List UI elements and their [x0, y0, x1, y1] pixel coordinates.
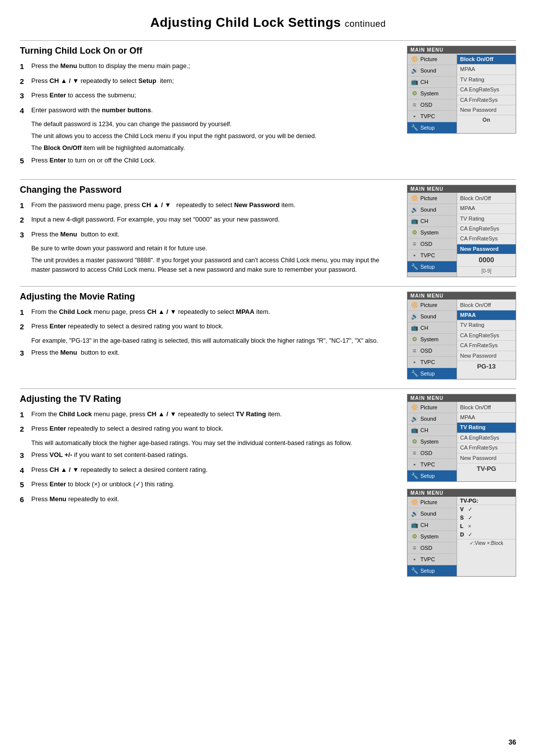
menu-value-sub-2: [0-9] — [457, 267, 516, 276]
menu-right-mpaa-2: MPAA — [457, 204, 516, 214]
picture-icon-4a: 🔆 — [410, 403, 419, 411]
title-text: Adjusting Child Lock Settings — [150, 15, 341, 30]
menu-right-tvrating: TV Rating — [457, 75, 516, 85]
step-movie-3: 3 Press the Menu button to exit. — [20, 348, 392, 359]
setup-icon-3: 🔧 — [410, 370, 419, 378]
system-icon-2: ⚙ — [410, 228, 419, 236]
page-container: Adjusting Child Lock Settings continued … — [0, 0, 536, 756]
menu-item-osd-4a[interactable]: ≡OSD — [407, 448, 457, 459]
section-title-tv: Adjusting the TV Rating — [20, 394, 392, 404]
menu-item-tvpc-4b[interactable]: ▪TVPC — [407, 554, 457, 565]
step-turning-1: 1 Press the Menu button to display the m… — [20, 61, 392, 73]
menu-item-setup-2[interactable]: 🔧Setup — [407, 261, 457, 272]
section-password: Changing the Password 1 From the passwor… — [20, 179, 516, 277]
menu-body-4b: 🔆Picture 🔊Sound 📺CH ⚙System ≡OSD ▪TVPC 🔧… — [407, 497, 516, 576]
ch-icon-4a: 📺 — [410, 426, 419, 434]
step-turning-3: 3 Press Enter to access the submenu; — [20, 90, 392, 102]
menu-right-caeng: CA EngRateSys — [457, 85, 516, 95]
menu-item-setup-4a[interactable]: 🔧Setup — [407, 470, 457, 481]
menu-panel-password: MAIN MENU 🔆Picture 🔊Sound 📺CH ⚙System ≡O… — [402, 185, 516, 277]
menu-right-1: Block On/Off MPAA TV Rating CA EngRateSy… — [457, 54, 516, 133]
system-icon: ⚙ — [410, 89, 419, 97]
menu-right-mpaa: MPAA — [457, 65, 516, 75]
picture-icon-3: 🔆 — [410, 301, 419, 309]
menu-item-picture-3[interactable]: 🔆Picture — [407, 300, 457, 311]
osd-icon-2: ≡ — [410, 240, 419, 248]
menu-left-4b: 🔆Picture 🔊Sound 📺CH ⚙System ≡OSD ▪TVPC 🔧… — [407, 497, 457, 576]
menu-right-tvrating-2: TV Rating — [457, 214, 516, 224]
menu-item-osd-4b[interactable]: ≡OSD — [407, 542, 457, 554]
menu-item-sound-4a[interactable]: 🔊Sound — [407, 413, 457, 425]
section-tv: Adjusting the TV Rating 1 From the Child… — [20, 388, 516, 577]
menu-value-1: On — [457, 115, 516, 125]
menu-right-blockonoff-2: Block On/Off — [457, 194, 516, 204]
osd-icon-4a: ≡ — [410, 449, 419, 457]
note-password-1: Be sure to write down your password and … — [31, 244, 392, 253]
menu-item-sound[interactable]: 🔊Sound — [407, 65, 457, 76]
menu-item-system-3[interactable]: ⚙System — [407, 334, 457, 345]
menu-right-caeng-3: CA EngRateSys — [457, 331, 516, 341]
sound-icon: 🔊 — [410, 67, 419, 75]
menu-value-2: 0000 — [457, 254, 516, 267]
menu-item-tvpc[interactable]: ▪TVPC — [407, 111, 457, 122]
step-tv-5: 5 Press Enter to block (×) or unblock (✓… — [20, 479, 392, 491]
tvpg-row-v: V✓ — [457, 505, 516, 514]
menu-item-picture-4a[interactable]: 🔆Picture — [407, 402, 457, 413]
menu-item-ch[interactable]: 📺CH — [407, 76, 457, 88]
picture-icon-4b: 🔆 — [410, 498, 419, 506]
menu-item-setup[interactable]: 🔧Setup — [407, 122, 457, 133]
menu-right-tvrating-3: TV Rating — [457, 320, 516, 330]
section-title-password: Changing the Password — [20, 185, 392, 195]
menu-right-tvrating-4a: TV Rating — [457, 423, 516, 433]
step-turning-5: 5 Press Enter to turn on or off the Chil… — [20, 155, 392, 167]
section-title-turning: Turning Child Lock On or Off — [20, 46, 392, 56]
menu-item-tvpc-4a[interactable]: ▪TVPC — [407, 459, 457, 470]
menu-item-sound-3[interactable]: 🔊Sound — [407, 311, 457, 322]
section-content-tv: Adjusting the TV Rating 1 From the Child… — [20, 394, 402, 577]
menu-item-system[interactable]: ⚙System — [407, 88, 457, 99]
menu-item-osd-2[interactable]: ≡OSD — [407, 238, 457, 250]
menu-left-1: 🔆Picture 🔊Sound 📺CH ⚙System ≡OSD ▪TVPC 🔧… — [407, 54, 457, 133]
menu-header-4a: MAIN MENU — [407, 394, 516, 402]
menu-right-caeng-4a: CA EngRateSys — [457, 433, 516, 443]
menu-right-newpass-4a: New Password — [457, 454, 516, 463]
menu-turning: MAIN MENU 🔆Picture 🔊Sound 📺CH ⚙System ≡O… — [407, 46, 516, 134]
menu-item-tvpc-3[interactable]: ▪TVPC — [407, 357, 457, 368]
menu-item-setup-3[interactable]: 🔧Setup — [407, 368, 457, 379]
menu-item-tvpc-2[interactable]: ▪TVPC — [407, 250, 457, 261]
menu-item-sound-4b[interactable]: 🔊Sound — [407, 508, 457, 520]
menu-right-cafrn: CA FrnRateSys — [457, 95, 516, 105]
menu-item-system-4b[interactable]: ⚙System — [407, 531, 457, 542]
menu-body-3: 🔆Picture 🔊Sound 📺CH ⚙System ≡OSD ▪TVPC 🔧… — [407, 300, 516, 379]
menu-right-blockonoff: Block On/Off — [457, 55, 516, 65]
menu-item-picture[interactable]: 🔆Picture — [407, 54, 457, 65]
tvpg-header: TV-PG: — [457, 497, 516, 505]
menu-right-cafrn-3: CA FrnRateSys — [457, 341, 516, 351]
sound-icon-3: 🔊 — [410, 312, 419, 320]
menu-item-picture-2[interactable]: 🔆Picture — [407, 193, 457, 204]
menu-item-system-4a[interactable]: ⚙System — [407, 436, 457, 448]
menu-item-ch-3[interactable]: 📺CH — [407, 322, 457, 334]
menu-right-mpaa-4a: MPAA — [457, 413, 516, 423]
menu-item-ch-4b[interactable]: 📺CH — [407, 520, 457, 531]
tvpc-icon-4b: ▪ — [410, 555, 419, 563]
menu-body-1: 🔆Picture 🔊Sound 📺CH ⚙System ≡OSD ▪TVPC 🔧… — [407, 54, 516, 133]
menu-item-system-2[interactable]: ⚙System — [407, 227, 457, 238]
menu-item-ch-4a[interactable]: 📺CH — [407, 425, 457, 436]
menu-item-ch-2[interactable]: 📺CH — [407, 216, 457, 227]
menu-body-2: 🔆Picture 🔊Sound 📺CH ⚙System ≡OSD ▪TVPC 🔧… — [407, 193, 516, 277]
menu-value-3: PG-13 — [457, 361, 516, 372]
step-password-2: 2 Input a new 4-digit password. For exam… — [20, 215, 392, 226]
step-tv-1: 1 From the Child Lock menu page, press C… — [20, 409, 392, 421]
menu-item-osd-3[interactable]: ≡OSD — [407, 345, 457, 357]
menu-right-4b: TV-PG: V✓ S✓ L× D✓ ✓:View ×:Block — [457, 497, 516, 576]
setup-icon-4b: 🔧 — [410, 567, 419, 575]
menu-panel-turning: MAIN MENU 🔆Picture 🔊Sound 📺CH ⚙System ≡O… — [402, 46, 516, 170]
menu-right-newpass: New Password — [457, 105, 516, 115]
menu-item-setup-4b[interactable]: 🔧Setup — [407, 565, 457, 576]
note-tv-1: This will automatically block the higher… — [31, 439, 392, 448]
menu-item-osd[interactable]: ≡OSD — [407, 99, 457, 111]
menu-item-sound-2[interactable]: 🔊Sound — [407, 204, 457, 216]
menu-item-picture-4b[interactable]: 🔆Picture — [407, 497, 457, 508]
section-content-movie: Adjusting the Movie Rating 1 From the Ch… — [20, 292, 402, 379]
